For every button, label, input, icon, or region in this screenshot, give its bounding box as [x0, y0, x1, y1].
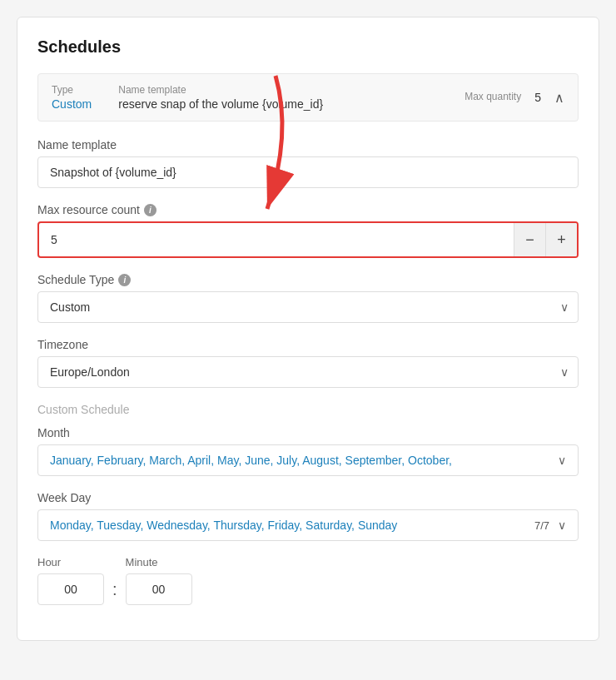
max-resource-count-input-wrapper: − +: [37, 221, 579, 258]
hour-input[interactable]: [37, 573, 104, 605]
week-day-chevron-down-icon: ∨: [558, 519, 566, 532]
timezone-group: Timezone Europe/London ∨: [37, 338, 579, 388]
minute-wrapper: Minute: [126, 556, 192, 605]
minute-input[interactable]: [126, 573, 192, 605]
week-day-badge: 7/7: [534, 519, 549, 532]
week-day-group: Week Day Monday, Tuesday, Wednesday, Thu…: [37, 491, 579, 541]
schedule-form: Name template Max resource count i − + S…: [37, 122, 579, 605]
schedule-type-select[interactable]: Custom: [37, 291, 579, 323]
month-chevron-down-icon: ∨: [558, 454, 566, 467]
timezone-label: Timezone: [37, 338, 579, 351]
month-group: Month January, February, March, April, M…: [37, 426, 579, 476]
week-day-value: Monday, Tuesday, Wednesday, Thursday, Fr…: [50, 519, 534, 532]
time-group: Hour : Minute: [37, 556, 579, 605]
type-value: Custom: [52, 97, 92, 111]
hour-wrapper: Hour: [37, 556, 104, 605]
schedule-type-select-wrapper: Custom ∨: [37, 291, 579, 323]
type-label: Type: [52, 84, 92, 96]
name-template-field-label: Name template: [37, 138, 579, 151]
schedule-type-info-icon[interactable]: i: [118, 274, 131, 286]
hour-label: Hour: [37, 556, 104, 568]
decrement-button[interactable]: −: [514, 223, 545, 256]
week-day-select-wrapper[interactable]: Monday, Tuesday, Wednesday, Thursday, Fr…: [37, 509, 579, 541]
collapse-icon[interactable]: ∧: [554, 90, 564, 106]
name-template-label: Name template: [118, 84, 323, 96]
schedule-type-group: Schedule Type i Custom ∨: [37, 273, 579, 323]
name-template-value: reserve snap of the volume {volume_id}: [118, 97, 323, 111]
time-row: Hour : Minute: [37, 556, 579, 605]
week-day-label: Week Day: [37, 491, 579, 504]
name-template-group: Name template: [37, 138, 579, 188]
max-resource-count-input[interactable]: [39, 225, 514, 255]
max-resource-count-info-icon[interactable]: i: [144, 204, 156, 216]
increment-button[interactable]: +: [545, 223, 577, 256]
month-label: Month: [37, 426, 579, 439]
max-quantity-value: 5: [534, 91, 541, 104]
custom-schedule-section-label: Custom Schedule: [37, 403, 579, 416]
month-select-wrapper[interactable]: January, February, March, April, May, Ju…: [37, 444, 579, 476]
month-value: January, February, March, April, May, Ju…: [50, 454, 558, 467]
schedule-summary-row[interactable]: Type Custom Name template reserve snap o…: [37, 73, 579, 122]
timezone-select[interactable]: Europe/London: [37, 356, 579, 388]
max-resource-count-group: Max resource count i − +: [37, 203, 579, 258]
schedules-panel: Schedules Type Custom Name template rese…: [17, 17, 599, 641]
page-title: Schedules: [37, 37, 579, 57]
schedule-type-label: Schedule Type i: [37, 273, 579, 286]
minute-label: Minute: [126, 556, 192, 568]
time-colon: :: [104, 580, 126, 599]
max-quantity-label: Max quantity: [464, 91, 521, 102]
timezone-select-wrapper: Europe/London ∨: [37, 356, 579, 388]
type-col: Type Custom: [52, 84, 92, 111]
max-resource-count-label: Max resource count i: [37, 203, 579, 216]
max-quantity-col: Max quantity 5 ∧: [464, 90, 564, 106]
name-template-col: Name template reserve snap of the volume…: [118, 84, 323, 111]
name-template-input[interactable]: [37, 156, 579, 188]
